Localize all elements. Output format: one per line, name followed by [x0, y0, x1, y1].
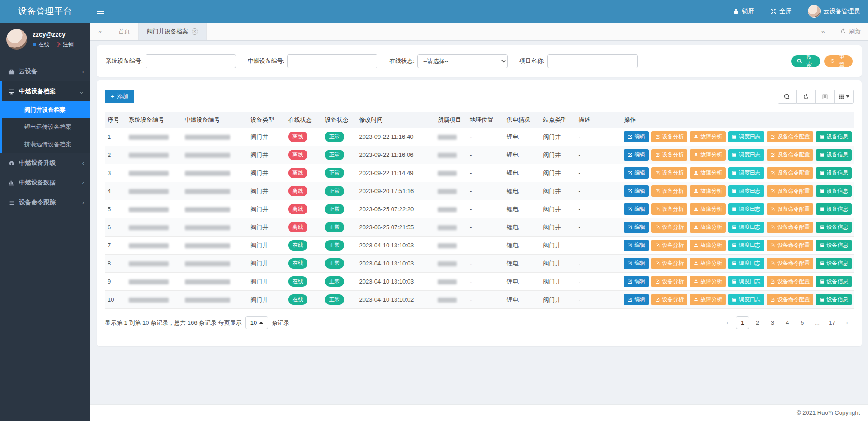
fullscreen-button[interactable]: 全屏 [762, 0, 800, 23]
row-action-设备分析[interactable]: 设备分析 [651, 149, 687, 161]
page-button-3[interactable]: 3 [766, 316, 779, 329]
page-button-17[interactable]: 17 [826, 316, 839, 329]
row-action-设备信息[interactable]: 设备信息 [816, 240, 852, 251]
sidebar-item-4[interactable]: 设备命令跟踪‹ [0, 193, 90, 213]
row-action-设备分析[interactable]: 设备分析 [651, 131, 687, 142]
row-action-设备命令配置[interactable]: 设备命令配置 [767, 258, 813, 269]
search-button[interactable]: 搜索 [791, 55, 820, 67]
row-action-调度日志[interactable]: 调度日志 [728, 131, 764, 142]
row-action-故障分析[interactable]: 故障分析 [690, 167, 726, 179]
row-action-调度日志[interactable]: 调度日志 [728, 240, 764, 251]
row-action-设备分析[interactable]: 设备分析 [651, 167, 687, 179]
row-action-设备命令配置[interactable]: 设备命令配置 [767, 185, 813, 197]
row-action-设备信息[interactable]: 设备信息 [816, 294, 852, 305]
row-action-故障分析[interactable]: 故障分析 [690, 240, 726, 251]
search-input-3[interactable] [547, 54, 638, 68]
row-action-设备分析[interactable]: 设备分析 [651, 185, 687, 197]
row-action-设备信息[interactable]: 设备信息 [816, 276, 852, 287]
row-action-编辑[interactable]: 编辑 [624, 149, 649, 161]
sidebar-item-0[interactable]: 云设备‹ [0, 61, 90, 81]
row-action-设备信息[interactable]: 设备信息 [816, 185, 852, 197]
row-action-编辑[interactable]: 编辑 [624, 276, 649, 287]
row-action-故障分析[interactable]: 故障分析 [690, 131, 726, 142]
row-action-调度日志[interactable]: 调度日志 [728, 149, 764, 161]
tab-close-icon[interactable]: × [192, 28, 198, 35]
row-action-设备命令配置[interactable]: 设备命令配置 [767, 131, 813, 142]
sidebar-item-3[interactable]: 中燃设备数据‹ [0, 173, 90, 193]
row-action-编辑[interactable]: 编辑 [624, 167, 649, 179]
sidebar-item-1[interactable]: 中燃设备档案⌄ [2, 81, 90, 101]
row-action-故障分析[interactable]: 故障分析 [690, 258, 726, 269]
row-action-调度日志[interactable]: 调度日志 [728, 185, 764, 197]
toolbar-search-button[interactable] [778, 90, 797, 104]
row-action-设备命令配置[interactable]: 设备命令配置 [767, 149, 813, 161]
sidebar-item-2[interactable]: 中燃设备升级‹ [0, 153, 90, 173]
row-action-编辑[interactable]: 编辑 [624, 258, 649, 269]
row-action-设备信息[interactable]: 设备信息 [816, 222, 852, 233]
row-action-设备信息[interactable]: 设备信息 [816, 131, 852, 142]
row-action-故障分析[interactable]: 故障分析 [690, 276, 726, 287]
toolbar-columns-button[interactable] [835, 90, 854, 104]
row-action-设备信息[interactable]: 设备信息 [816, 149, 852, 161]
row-action-设备命令配置[interactable]: 设备命令配置 [767, 167, 813, 179]
row-action-设备命令配置[interactable]: 设备命令配置 [767, 276, 813, 287]
row-action-设备信息[interactable]: 设备信息 [816, 203, 852, 215]
tab-1[interactable]: 阀门井设备档案× [139, 23, 207, 40]
page-next-button[interactable]: › [840, 316, 854, 329]
page-button-1[interactable]: 1 [736, 316, 749, 329]
sidebar-subitem-1-2[interactable]: 拼装远传设备档案 [2, 136, 90, 153]
row-action-设备命令配置[interactable]: 设备命令配置 [767, 294, 813, 305]
sidebar-subitem-1-1[interactable]: 锂电远传设备档案 [2, 118, 90, 136]
row-action-故障分析[interactable]: 故障分析 [690, 222, 726, 233]
tab-refresh-button[interactable]: 刷新 [833, 23, 868, 40]
row-action-调度日志[interactable]: 调度日志 [728, 203, 764, 215]
row-action-故障分析[interactable]: 故障分析 [690, 294, 726, 305]
reset-button[interactable]: 重置 [824, 55, 853, 67]
page-size-dropdown[interactable]: 10 [245, 316, 268, 329]
row-action-编辑[interactable]: 编辑 [624, 185, 649, 197]
row-action-设备信息[interactable]: 设备信息 [816, 167, 852, 179]
user-menu[interactable]: 云设备管理员 [800, 0, 868, 23]
row-action-设备分析[interactable]: 设备分析 [651, 222, 687, 233]
row-action-编辑[interactable]: 编辑 [624, 240, 649, 251]
row-action-设备命令配置[interactable]: 设备命令配置 [767, 240, 813, 251]
row-action-设备分析[interactable]: 设备分析 [651, 258, 687, 269]
row-action-调度日志[interactable]: 调度日志 [728, 276, 764, 287]
row-action-调度日志[interactable]: 调度日志 [728, 222, 764, 233]
row-action-故障分析[interactable]: 故障分析 [690, 185, 726, 197]
page-button-5[interactable]: 5 [796, 316, 809, 329]
tab-0[interactable]: 首页 [110, 23, 139, 40]
toolbar-refresh-button[interactable] [797, 90, 816, 104]
row-action-设备命令配置[interactable]: 设备命令配置 [767, 203, 813, 215]
row-action-故障分析[interactable]: 故障分析 [690, 149, 726, 161]
logout-link[interactable]: 注销 [63, 41, 74, 48]
page-button-2[interactable]: 2 [751, 316, 764, 329]
search-input-1[interactable] [287, 54, 377, 68]
row-action-故障分析[interactable]: 故障分析 [690, 203, 726, 215]
row-action-设备分析[interactable]: 设备分析 [651, 294, 687, 305]
sidebar-toggle-icon[interactable] [90, 0, 110, 23]
row-action-调度日志[interactable]: 调度日志 [728, 167, 764, 179]
online-status-select[interactable]: --请选择-- [417, 54, 508, 68]
row-action-编辑[interactable]: 编辑 [624, 203, 649, 215]
row-action-编辑[interactable]: 编辑 [624, 222, 649, 233]
cell-project [435, 200, 467, 218]
row-action-设备分析[interactable]: 设备分析 [651, 203, 687, 215]
sidebar-subitem-1-0[interactable]: 阀门井设备档案 [2, 101, 90, 118]
row-action-调度日志[interactable]: 调度日志 [728, 258, 764, 269]
row-action-设备信息[interactable]: 设备信息 [816, 258, 852, 269]
tabs-scroll-left-icon[interactable]: « [90, 23, 110, 40]
toolbar-detail-view-button[interactable] [816, 90, 835, 104]
row-action-设备分析[interactable]: 设备分析 [651, 240, 687, 251]
search-input-0[interactable] [146, 54, 236, 68]
page-prev-button[interactable]: ‹ [721, 316, 734, 329]
lock-screen-button[interactable]: 锁屏 [725, 0, 762, 23]
row-action-调度日志[interactable]: 调度日志 [728, 294, 764, 305]
row-action-设备命令配置[interactable]: 设备命令配置 [767, 222, 813, 233]
add-button[interactable]: + 添加 [105, 90, 134, 103]
tabs-scroll-right-icon[interactable]: » [813, 23, 833, 40]
page-button-4[interactable]: 4 [781, 316, 794, 329]
row-action-编辑[interactable]: 编辑 [624, 294, 649, 305]
row-action-设备分析[interactable]: 设备分析 [651, 276, 687, 287]
row-action-编辑[interactable]: 编辑 [624, 131, 649, 142]
